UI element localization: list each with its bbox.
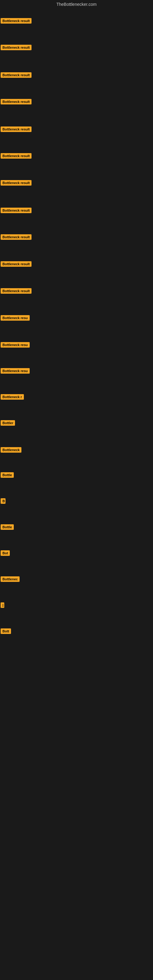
bottleneck-badge-5[interactable]: Bottleneck result — [1, 126, 32, 132]
site-title: TheBottlenecker.com — [0, 0, 153, 9]
bottleneck-badge-3[interactable]: Bottleneck result — [1, 72, 32, 78]
bottleneck-item-7: Bottleneck result — [1, 180, 32, 188]
bottleneck-badge-19[interactable]: B — [1, 498, 5, 504]
bottleneck-item-21: Bot — [1, 550, 10, 558]
bottleneck-badge-6[interactable]: Bottleneck result — [1, 153, 32, 159]
bottleneck-badge-23[interactable]: | — [1, 602, 4, 608]
bottleneck-item-23: | — [1, 602, 4, 610]
bottleneck-item-13: Bottleneck resu — [1, 342, 30, 350]
bottleneck-item-10: Bottleneck result — [1, 261, 32, 269]
bottleneck-item-5: Bottleneck result — [1, 126, 32, 134]
bottleneck-item-15: Bottleneck r — [1, 393, 24, 401]
bottleneck-badge-11[interactable]: Bottleneck result — [1, 288, 32, 294]
bottleneck-badge-13[interactable]: Bottleneck resu — [1, 342, 30, 348]
bottleneck-item-24: Bott — [1, 628, 11, 636]
bottleneck-badge-21[interactable]: Bot — [1, 550, 10, 556]
bottleneck-item-4: Bottleneck result — [1, 98, 32, 106]
bottleneck-item-20: Bottle — [1, 524, 14, 531]
bottleneck-item-1: Bottleneck result — [1, 18, 32, 25]
bottleneck-item-22: Bottlenec — [1, 576, 19, 584]
bottleneck-badge-10[interactable]: Bottleneck result — [1, 261, 32, 267]
bottleneck-item-6: Bottleneck result — [1, 153, 32, 161]
bottleneck-badge-20[interactable]: Bottle — [1, 524, 14, 530]
bottleneck-badge-1[interactable]: Bottleneck result — [1, 18, 32, 24]
bottleneck-item-9: Bottleneck result — [1, 234, 32, 242]
bottleneck-item-14: Bottleneck resu — [1, 368, 30, 375]
bottleneck-badge-8[interactable]: Bottleneck result — [1, 208, 32, 213]
bottleneck-badge-7[interactable]: Bottleneck result — [1, 180, 32, 186]
site-title-container: TheBottlenecker.com — [0, 0, 153, 9]
bottleneck-badge-4[interactable]: Bottleneck result — [1, 99, 32, 105]
bottleneck-item-3: Bottleneck result — [1, 72, 32, 80]
bottleneck-item-8: Bottleneck result — [1, 207, 32, 215]
bottleneck-item-11: Bottleneck result — [1, 288, 32, 296]
bottleneck-badge-18[interactable]: Bottle — [1, 472, 14, 478]
bottleneck-item-18: Bottle — [1, 472, 14, 480]
bottleneck-badge-9[interactable]: Bottleneck result — [1, 234, 32, 240]
bottleneck-item-19: B — [1, 498, 5, 506]
bottleneck-badge-2[interactable]: Bottleneck result — [1, 45, 32, 50]
bottleneck-badge-15[interactable]: Bottleneck r — [1, 394, 24, 400]
bottleneck-badge-16[interactable]: Bottler — [1, 420, 15, 426]
bottleneck-item-12: Bottleneck resu — [1, 315, 30, 323]
bottleneck-item-2: Bottleneck result — [1, 44, 32, 52]
bottleneck-item-17: Bottleneck — [1, 447, 21, 455]
bottleneck-badge-24[interactable]: Bott — [1, 628, 11, 634]
bottleneck-badge-22[interactable]: Bottlenec — [1, 576, 19, 582]
bottleneck-badge-14[interactable]: Bottleneck resu — [1, 368, 30, 374]
bottleneck-badge-12[interactable]: Bottleneck resu — [1, 315, 30, 321]
bottleneck-badge-17[interactable]: Bottleneck — [1, 447, 21, 453]
bottleneck-item-16: Bottler — [1, 420, 15, 428]
bottleneck-items-container — [0, 9, 153, 10]
